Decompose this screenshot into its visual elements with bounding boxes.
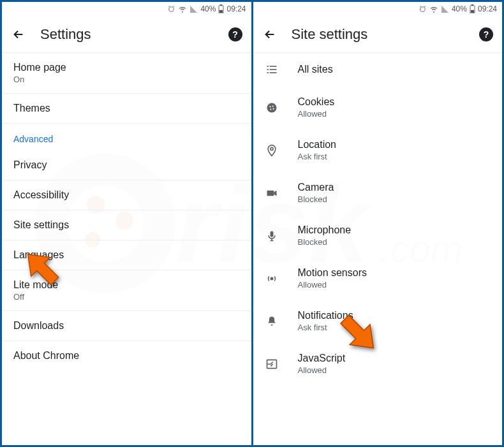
svg-rect-18 [269, 72, 276, 73]
setting-sub: On [13, 75, 240, 84]
app-bar: Settings ? [2, 16, 251, 53]
back-button[interactable] [262, 27, 278, 42]
site-cookies[interactable]: CookiesAllowed [253, 86, 503, 129]
item-sub: Blocked [298, 194, 491, 204]
setting-label: Accessibility [13, 189, 240, 201]
microphone-icon [262, 230, 281, 242]
cookie-icon [262, 101, 281, 114]
help-button[interactable]: ? [228, 27, 242, 41]
page-title: Settings [40, 26, 214, 43]
setting-label: Lite mode [13, 279, 240, 291]
alarm-icon [167, 5, 175, 13]
setting-languages[interactable]: Languages [2, 240, 251, 270]
item-label: All sites [298, 64, 491, 75]
svg-point-20 [269, 106, 271, 107]
settings-pane: 40% 09:24 Settings ? Home page On Themes… [2, 2, 253, 445]
status-bar: 40% 09:24 [2, 2, 251, 16]
svg-rect-13 [267, 66, 269, 67]
battery-icon [470, 4, 475, 13]
site-notifications[interactable]: NotificationsAsk first [253, 300, 503, 342]
item-label: Motion sensors [298, 267, 491, 279]
javascript-icon [262, 358, 281, 370]
setting-label: Home page [13, 62, 240, 73]
item-sub: Ask first [298, 323, 491, 332]
setting-accessibility[interactable]: Accessibility [2, 180, 251, 210]
svg-rect-15 [267, 69, 269, 70]
item-sub: Blocked [298, 237, 491, 247]
clock: 09:24 [478, 4, 497, 13]
item-sub: Allowed [298, 109, 491, 119]
battery-percent: 40% [200, 4, 216, 13]
setting-label: Languages [13, 249, 240, 261]
signal-icon [189, 5, 198, 13]
site-settings-list: All sites CookiesAllowed LocationAsk fir… [253, 53, 503, 445]
site-location[interactable]: LocationAsk first [253, 129, 503, 172]
item-label: Notifications [298, 310, 491, 321]
svg-rect-11 [471, 4, 474, 6]
svg-point-24 [270, 147, 272, 150]
camera-icon [262, 187, 281, 200]
back-button[interactable] [11, 27, 26, 42]
wifi-icon [429, 5, 438, 13]
item-sub: Ask first [298, 152, 491, 161]
svg-point-27 [271, 277, 272, 279]
app-bar: Site settings ? [253, 16, 503, 53]
svg-point-21 [272, 105, 273, 106]
site-settings-pane: 40% 09:24 Site settings ? All sites Cook… [253, 2, 503, 445]
svg-point-19 [267, 103, 276, 112]
list-icon [262, 63, 281, 76]
setting-label: Themes [13, 103, 240, 114]
page-title: Site settings [292, 26, 466, 43]
item-sub: Allowed [298, 280, 491, 289]
section-advanced: Advanced [2, 124, 251, 150]
svg-point-22 [270, 108, 271, 110]
setting-label: Downloads [13, 320, 240, 332]
site-javascript[interactable]: JavaScriptAllowed [253, 342, 503, 385]
site-motion-sensors[interactable]: Motion sensorsAllowed [253, 257, 503, 300]
wifi-icon [178, 5, 187, 13]
svg-rect-26 [270, 231, 273, 237]
svg-rect-9 [219, 10, 223, 13]
alarm-icon [419, 5, 427, 13]
site-camera[interactable]: CameraBlocked [253, 172, 503, 214]
item-label: Cookies [298, 96, 491, 108]
status-bar: 40% 09:24 [253, 2, 503, 16]
item-label: JavaScript [298, 353, 491, 364]
setting-home-page[interactable]: Home page On [2, 53, 251, 94]
setting-sub: Off [13, 292, 240, 302]
bell-icon [262, 315, 281, 328]
settings-list: Home page On Themes Advanced Privacy Acc… [2, 53, 251, 445]
signal-icon [441, 5, 449, 13]
setting-label: About Chrome [13, 350, 240, 362]
item-sub: Allowed [298, 365, 491, 375]
location-icon [262, 143, 281, 158]
svg-rect-16 [269, 69, 276, 70]
battery-percent: 40% [452, 4, 467, 13]
motion-icon [262, 272, 281, 285]
site-all-sites[interactable]: All sites [253, 53, 503, 86]
setting-lite-mode[interactable]: Lite mode Off [2, 270, 251, 311]
svg-rect-14 [269, 66, 276, 67]
setting-privacy[interactable]: Privacy [2, 150, 251, 180]
setting-site-settings[interactable]: Site settings [2, 210, 251, 240]
setting-label: Site settings [13, 219, 240, 231]
svg-rect-12 [471, 10, 474, 13]
svg-point-23 [272, 108, 274, 109]
svg-rect-8 [220, 4, 223, 6]
setting-label: Privacy [13, 159, 240, 171]
item-label: Location [298, 139, 491, 150]
site-microphone[interactable]: MicrophoneBlocked [253, 214, 503, 257]
svg-rect-17 [267, 72, 269, 73]
help-button[interactable]: ? [479, 27, 493, 41]
setting-downloads[interactable]: Downloads [2, 311, 251, 341]
battery-icon [218, 4, 224, 13]
setting-themes[interactable]: Themes [2, 94, 251, 124]
item-label: Camera [298, 182, 491, 193]
clock: 09:24 [226, 4, 246, 13]
setting-about-chrome[interactable]: About Chrome [2, 341, 251, 370]
svg-rect-25 [267, 190, 274, 195]
item-label: Microphone [298, 224, 491, 236]
